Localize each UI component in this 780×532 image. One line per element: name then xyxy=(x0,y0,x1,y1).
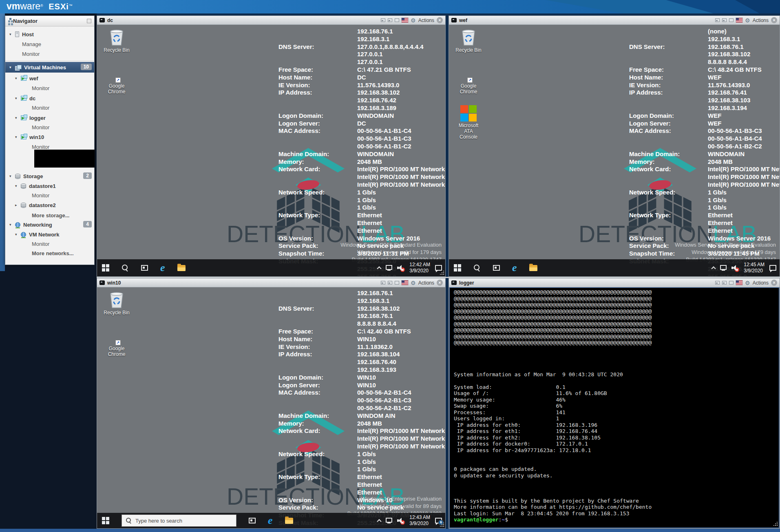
keyboard-layout-flag-icon[interactable] xyxy=(402,280,408,285)
sidebar-item-storage[interactable]: ▾ Storage 2 xyxy=(5,171,94,181)
terminal-console-logger[interactable]: @@@@@@@@@@@@@@@@@@@@@@@@@@@@@@@@@@@@@@@@… xyxy=(449,287,779,528)
recycle-bin-icon[interactable]: Recycle Bin xyxy=(452,28,485,53)
start-button-icon[interactable] xyxy=(102,264,109,272)
volume-muted-icon[interactable] xyxy=(397,517,404,524)
actions-menu[interactable]: Actions xyxy=(418,280,434,286)
taskbar-clock[interactable]: 12:45 AM 3/9/2020 xyxy=(744,262,765,274)
popout-console-icon[interactable] xyxy=(715,281,720,285)
actions-menu[interactable]: Actions xyxy=(753,280,769,286)
file-explorer-icon[interactable] xyxy=(177,265,186,271)
network-status-icon[interactable] xyxy=(386,518,392,523)
chevron-down-icon[interactable]: ▾ xyxy=(15,184,21,188)
sidebar-item-manage[interactable]: Manage xyxy=(5,39,94,49)
chevron-down-icon[interactable]: ▾ xyxy=(15,135,21,139)
fullscreen-icon[interactable] xyxy=(395,281,399,285)
fullscreen-icon[interactable] xyxy=(395,18,399,22)
vm-desktop-wef[interactable]: DETECTIONLAB Windows Server 2016 Standar… xyxy=(449,25,780,276)
start-button-icon[interactable] xyxy=(102,517,109,524)
actions-menu[interactable]: Actions xyxy=(418,18,434,23)
volume-muted-icon[interactable] xyxy=(731,265,739,271)
recycle-bin-icon[interactable]: Recycle Bin xyxy=(100,291,133,316)
keyboard-layout-flag-icon[interactable] xyxy=(736,18,742,22)
sidebar-item-virtual-machines[interactable]: ▾ Virtual Machines 10 xyxy=(5,62,94,73)
sidebar-item-monitor[interactable]: Monitor xyxy=(5,122,94,132)
new-window-icon[interactable] xyxy=(722,18,727,22)
network-status-icon[interactable] xyxy=(386,265,392,270)
volume-muted-icon[interactable] xyxy=(397,265,404,271)
window-titlebar-logger[interactable]: logger ⚙ Actions × xyxy=(449,278,780,287)
taskbar-clock[interactable]: 12:43 AM 3/9/2020 xyxy=(409,514,430,527)
close-icon[interactable]: × xyxy=(437,280,443,286)
fullscreen-icon[interactable] xyxy=(729,18,734,22)
chevron-down-icon[interactable]: ▾ xyxy=(9,223,15,227)
google-chrome-icon[interactable]: ↗ Google Chrome xyxy=(100,344,133,358)
sidebar-item-vm-wef[interactable]: ▾ wef xyxy=(5,73,94,83)
chevron-down-icon[interactable]: ▾ xyxy=(9,174,15,178)
recycle-bin-icon[interactable]: Recycle Bin xyxy=(100,28,133,53)
sidebar-item-vm-dc[interactable]: ▾ dc xyxy=(5,93,94,103)
internet-explorer-icon[interactable]: e xyxy=(160,263,165,272)
fullscreen-icon[interactable] xyxy=(729,281,734,285)
gear-icon[interactable]: ⚙ xyxy=(745,280,750,286)
resize-grip[interactable] xyxy=(439,270,444,275)
sidebar-item-host[interactable]: ▾ Host xyxy=(5,29,94,39)
task-view-icon[interactable] xyxy=(493,265,500,271)
sidebar-item-vm-network[interactable]: ▾ VM Network xyxy=(5,230,94,239)
shell-prompt[interactable]: vagrant@logger:~$ xyxy=(454,517,779,523)
microsoft-ata-console-icon[interactable]: Microsoft ATA Console xyxy=(452,105,485,140)
window-titlebar-wef[interactable]: wef ⚙ Actions × xyxy=(449,16,780,25)
keyboard-layout-flag-icon[interactable] xyxy=(402,18,408,22)
chevron-down-icon[interactable]: ▾ xyxy=(9,32,15,36)
sidebar-item-more-networks[interactable]: More networks... xyxy=(5,248,94,258)
close-icon[interactable]: × xyxy=(771,17,777,23)
keyboard-layout-flag-icon[interactable] xyxy=(736,280,742,285)
gear-icon[interactable]: ⚙ xyxy=(411,280,416,286)
microsoft-edge-icon[interactable]: e xyxy=(268,516,273,525)
taskbar-search-input[interactable]: Type here to search xyxy=(122,514,236,527)
file-explorer-icon[interactable] xyxy=(529,265,537,271)
sidebar-item-datastore1[interactable]: ▾ datastore1 xyxy=(5,181,94,191)
sidebar-item-monitor[interactable]: Monitor xyxy=(5,103,94,113)
vm-desktop-dc[interactable]: DETECTIONLAB Windows Server 2016 Standar… xyxy=(97,25,445,276)
panel-pin-icon[interactable] xyxy=(87,19,91,23)
new-window-icon[interactable] xyxy=(388,281,392,285)
task-view-icon[interactable] xyxy=(141,265,148,271)
google-chrome-icon[interactable]: ↗ Google Chrome xyxy=(452,82,485,95)
vm-desktop-win10[interactable]: DETECTIONLAB Windows 10 Enterprise Evalu… xyxy=(97,287,445,528)
start-button-icon[interactable] xyxy=(454,264,461,272)
tray-expand-icon[interactable] xyxy=(712,266,716,271)
sidebar-item-datastore2[interactable]: ▸ datastore2 xyxy=(5,200,94,210)
google-chrome-icon[interactable]: ↗ Google Chrome xyxy=(100,82,133,95)
tray-expand-icon[interactable] xyxy=(377,519,382,523)
chevron-down-icon[interactable]: ▾ xyxy=(15,96,21,100)
popout-console-icon[interactable] xyxy=(381,281,385,285)
tray-expand-icon[interactable] xyxy=(377,266,382,271)
new-window-icon[interactable] xyxy=(388,18,392,22)
sidebar-item-monitor[interactable]: Monitor xyxy=(5,49,94,59)
resize-grip[interactable] xyxy=(773,521,778,526)
search-icon[interactable] xyxy=(473,264,481,272)
file-explorer-icon[interactable] xyxy=(285,518,293,524)
internet-explorer-icon[interactable]: e xyxy=(512,263,517,272)
sidebar-item-vm-win10[interactable]: ▾ win10 xyxy=(5,132,94,142)
chevron-down-icon[interactable]: ▾ xyxy=(15,232,21,236)
close-icon[interactable]: × xyxy=(437,17,443,23)
sidebar-item-redacted[interactable] xyxy=(34,150,95,168)
chevron-right-icon[interactable]: ▸ xyxy=(15,203,21,207)
close-icon[interactable]: × xyxy=(771,280,777,286)
sidebar-item-vm-logger[interactable]: ▾ logger xyxy=(5,113,94,123)
search-icon[interactable] xyxy=(122,264,129,272)
sidebar-item-monitor[interactable]: Monitor xyxy=(5,239,94,249)
gear-icon[interactable]: ⚙ xyxy=(411,18,416,23)
resize-grip[interactable] xyxy=(439,522,444,527)
chevron-down-icon[interactable]: ▾ xyxy=(15,76,21,80)
sidebar-item-monitor[interactable]: Monitor xyxy=(5,190,94,200)
sidebar-item-monitor[interactable]: Monitor xyxy=(5,83,94,93)
popout-console-icon[interactable] xyxy=(715,18,720,22)
task-view-icon[interactable] xyxy=(249,518,256,523)
taskbar-clock[interactable]: 12:42 AM 3/9/2020 xyxy=(409,262,430,274)
chevron-down-icon[interactable]: ▾ xyxy=(9,65,15,69)
notification-center-icon[interactable] xyxy=(769,265,776,271)
window-titlebar-dc[interactable]: dc ⚙ Actions × xyxy=(97,16,445,25)
chevron-down-icon[interactable]: ▾ xyxy=(15,116,21,120)
